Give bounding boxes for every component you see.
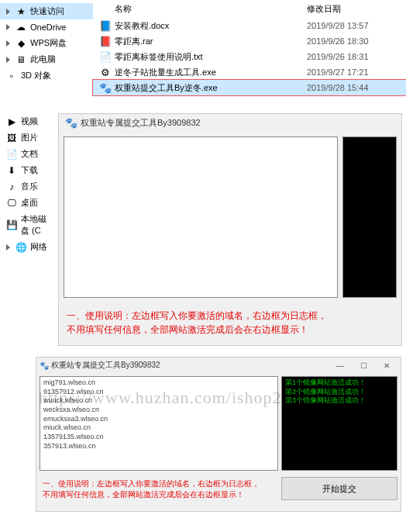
sidebar-continued: ▶视频🖼图片📄文档⬇下载♪音乐🖵桌面💾本地磁盘 (C🌐网络 xyxy=(0,113,58,255)
本地磁盘 (C-icon: 💾 xyxy=(6,219,17,230)
桌面-icon: 🖵 xyxy=(6,198,17,209)
log-output xyxy=(342,136,397,298)
file-name: 安装教程.docx xyxy=(115,20,307,32)
file-icon: 📄 xyxy=(99,50,112,63)
sidebar-item-label: 文档 xyxy=(21,148,38,160)
star-icon: ★ xyxy=(15,6,26,17)
sidebar-item-label: 视频 xyxy=(21,116,38,127)
文档-icon: 📄 xyxy=(6,149,17,160)
3d-icon: ▫ xyxy=(6,71,17,81)
wps-icon: ◆ xyxy=(15,38,26,49)
sidebar-item[interactable]: 📄文档 xyxy=(0,146,58,162)
pc-icon: 🖥 xyxy=(15,54,26,65)
file-icon: 📘 xyxy=(99,19,112,32)
sidebar-item[interactable]: ♪音乐 xyxy=(0,178,58,195)
file-name: 零距离标签使用说明.txt xyxy=(115,51,307,63)
paw-icon: 🐾 xyxy=(65,117,77,129)
column-name[interactable]: 名称 xyxy=(99,3,307,15)
file-date: 2019/9/26 18:30 xyxy=(307,36,400,46)
domain-input[interactable]: mig791.wlseo.cn 91357912.wlseo.cn wuuck.… xyxy=(40,376,278,471)
cloud-icon: ☁ xyxy=(15,22,26,33)
sidebar-item[interactable]: ⬇下载 xyxy=(0,162,58,178)
instructions-line2: 不用填写任何信息，全部网站激活完成后会在右边框显示！ xyxy=(67,323,394,337)
instructions: 一、使用说明：左边框写入你要激活的域名，右边框为日志框， 不用填写任何信息，全部… xyxy=(40,477,278,502)
sidebar-item-quickaccess[interactable]: ★ 快速访问 xyxy=(0,3,93,19)
app-title: 🐾 权重站专属提交工具By3909832 xyxy=(59,114,401,132)
网络-icon: 🌐 xyxy=(15,242,26,253)
sidebar-item-label: 图片 xyxy=(21,132,38,143)
window-controls: — ☐ ✕ xyxy=(329,359,397,371)
domain-input[interactable] xyxy=(64,136,338,298)
sidebar-item[interactable]: 🖼图片 xyxy=(0,130,58,146)
sidebar-item[interactable]: ▶视频 xyxy=(0,113,58,130)
file-list: 名称 修改日期 📘安装教程.docx2019/9/28 13:57📕零距离.ra… xyxy=(93,0,406,113)
paw-icon: 🐾 xyxy=(40,361,49,370)
sidebar-item-label: 下载 xyxy=(21,164,38,176)
instructions-line2: 不用填写任何信息，全部网站激活完成后会在右边框显示！ xyxy=(43,489,275,500)
instructions-line1: 一、使用说明：左边框写入你要激活的域名，右边框为日志框， xyxy=(43,478,275,489)
file-name: 零距离.rar xyxy=(115,36,307,47)
file-name: 权重站提交工具By逆冬.exe xyxy=(115,82,307,94)
app-title-text: 权重站专属提交工具By3909832 xyxy=(51,360,160,371)
sidebar-item-label: WPS网盘 xyxy=(30,37,67,49)
sidebar-item-3dobjects[interactable]: ▫ 3D 对象 xyxy=(0,67,93,84)
sidebar: ★ 快速访问 ☁ OneDrive ◆ WPS网盘 🖥 此电脑 ▫ 3D 对象 xyxy=(0,0,93,113)
sidebar-item-label: 此电脑 xyxy=(30,54,56,65)
app-window-2: 🐾 权重站专属提交工具By3909832 — ☐ ✕ mig791.wlseo.… xyxy=(36,357,401,512)
file-row[interactable]: 📘安装教程.docx2019/9/28 13:57 xyxy=(93,18,406,33)
sidebar-item-label: 桌面 xyxy=(21,197,38,209)
title-bar: 🐾 权重站专属提交工具By3909832 — ☐ ✕ xyxy=(36,358,401,373)
instructions-line1: 一、使用说明：左边框写入你要激活的域名，右边框为日志框， xyxy=(67,309,394,323)
file-date: 2019/9/28 15:44 xyxy=(307,83,400,92)
音乐-icon: ♪ xyxy=(6,181,17,192)
column-date[interactable]: 修改日期 xyxy=(307,3,400,15)
maximize-button[interactable]: ☐ xyxy=(353,359,374,371)
sidebar-item-label: 网络 xyxy=(30,241,47,253)
file-row[interactable]: 📄零距离标签使用说明.txt2019/9/26 18:31 xyxy=(93,49,406,64)
sidebar-item-onedrive[interactable]: ☁ OneDrive xyxy=(0,19,93,35)
file-row[interactable]: 🐾权重站提交工具By逆冬.exe2019/9/28 15:44 xyxy=(93,80,406,95)
app-window-1: 🐾 权重站专属提交工具By3909832 一、使用说明：左边框写入你要激活的域名… xyxy=(58,113,402,346)
submit-button[interactable]: 开始提交 xyxy=(281,477,397,500)
app-title-text: 权重站专属提交工具By3909832 xyxy=(81,117,201,129)
file-date: 2019/9/26 18:31 xyxy=(307,52,400,61)
视频-icon: ▶ xyxy=(6,116,17,127)
sidebar-item-label: 3D 对象 xyxy=(21,70,51,81)
sidebar-item-label: OneDrive xyxy=(30,22,66,32)
instructions: 一、使用说明：左边框写入你要激活的域名，右边框为日志框， 不用填写任何信息，全部… xyxy=(59,302,401,343)
close-button[interactable]: ✕ xyxy=(376,359,397,371)
sidebar-item-label: 快速访问 xyxy=(30,5,64,17)
minimize-button[interactable]: — xyxy=(329,359,351,371)
sidebar-item-label: 音乐 xyxy=(21,181,38,192)
file-icon: ⚙ xyxy=(99,66,112,78)
file-header: 名称 修改日期 xyxy=(93,0,406,18)
file-icon: 🐾 xyxy=(99,81,112,94)
sidebar-item[interactable]: 🌐网络 xyxy=(0,239,58,255)
file-date: 2019/9/27 17:21 xyxy=(307,67,400,77)
sidebar-item[interactable]: 🖵桌面 xyxy=(0,195,58,211)
sidebar-item-wps[interactable]: ◆ WPS网盘 xyxy=(0,35,93,51)
log-output: 第1个镜像网站激活成功！ 第2个镜像网站激活成功！ 第3个镜像网站激活成功！ xyxy=(281,376,397,471)
file-row[interactable]: ⚙逆冬子站批量生成工具.exe2019/9/27 17:21 xyxy=(93,64,406,80)
图片-icon: 🖼 xyxy=(6,133,17,143)
file-name: 逆冬子站批量生成工具.exe xyxy=(115,67,307,78)
file-row[interactable]: 📕零距离.rar2019/9/26 18:30 xyxy=(93,33,406,49)
sidebar-item-label: 本地磁盘 (C xyxy=(21,213,52,237)
file-icon: 📕 xyxy=(99,35,112,47)
sidebar-item[interactable]: 💾本地磁盘 (C xyxy=(0,211,58,239)
sidebar-item-thispc[interactable]: 🖥 此电脑 xyxy=(0,51,93,67)
file-date: 2019/9/28 13:57 xyxy=(307,21,400,30)
下载-icon: ⬇ xyxy=(6,165,17,176)
